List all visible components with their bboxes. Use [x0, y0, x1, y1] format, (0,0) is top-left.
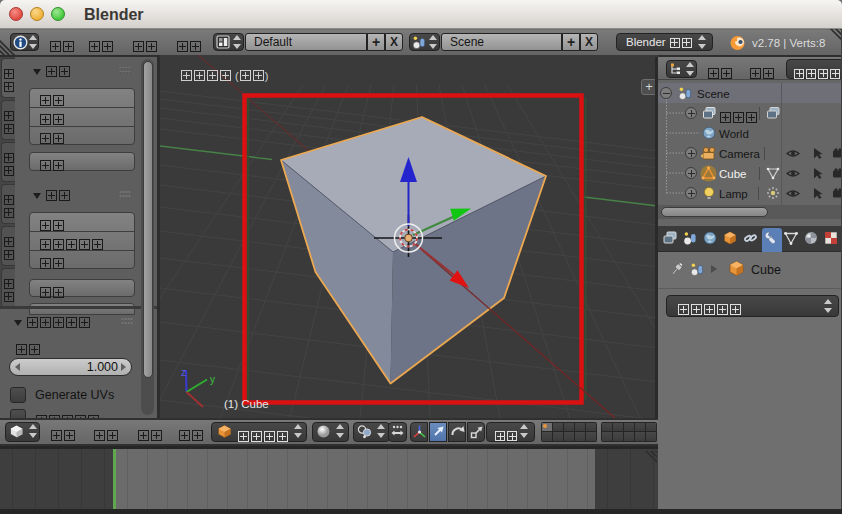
svg-text:z: z — [181, 367, 186, 378]
svg-text:y: y — [210, 374, 215, 385]
